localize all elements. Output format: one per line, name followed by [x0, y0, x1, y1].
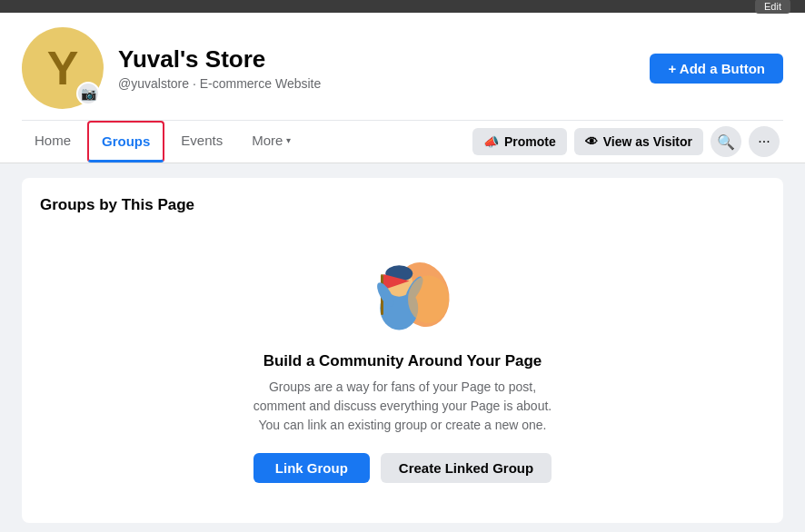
- page-handle: @yuvalstore · E-commerce Website: [118, 76, 635, 91]
- view-as-visitor-button[interactable]: 👁 View as Visitor: [574, 128, 703, 155]
- groups-card: Groups by This Page: [22, 178, 783, 523]
- eye-icon: 👁: [585, 134, 598, 149]
- add-button[interactable]: + Add a Button: [650, 54, 783, 84]
- top-bar: Edit: [0, 0, 805, 13]
- camera-icon[interactable]: 📷: [76, 82, 100, 105]
- page-name: Yuval's Store: [118, 45, 635, 74]
- link-group-button[interactable]: Link Group: [253, 453, 370, 483]
- main-content: Groups by This Page: [0, 163, 805, 532]
- tab-events[interactable]: Events: [168, 122, 235, 162]
- tab-groups[interactable]: Groups: [87, 121, 164, 163]
- search-icon: 🔍: [717, 133, 735, 151]
- profile-info: Yuval's Store @yuvalstore · E-commerce W…: [118, 45, 635, 90]
- avatar-wrap: Y 📷: [22, 27, 104, 109]
- edit-button-top[interactable]: Edit: [755, 0, 790, 14]
- more-dots-icon: ···: [758, 133, 770, 150]
- empty-state: Build a Community Around Your Page Group…: [40, 229, 765, 505]
- nav-right: 📣 Promote 👁 View as Visitor 🔍 ···: [472, 126, 783, 157]
- more-chevron-icon: ▾: [286, 135, 291, 145]
- profile-row: Y 📷 Yuval's Store @yuvalstore · E-commer…: [22, 27, 783, 120]
- nav-left: Home Groups Events More ▾: [22, 121, 472, 163]
- create-linked-group-button[interactable]: Create Linked Group: [381, 453, 552, 483]
- promote-icon: 📣: [483, 134, 499, 149]
- empty-desc: Groups are a way for fans of your Page t…: [248, 378, 557, 435]
- nav-tabs: Home Groups Events More ▾ 📣 Promote 👁 Vi…: [22, 120, 783, 163]
- profile-actions: + Add a Button: [650, 54, 783, 84]
- empty-title: Build a Community Around Your Page: [263, 352, 542, 370]
- groups-section-title: Groups by This Page: [40, 196, 765, 214]
- page-header: Y 📷 Yuval's Store @yuvalstore · E-commer…: [0, 13, 805, 163]
- more-options-button[interactable]: ···: [749, 126, 780, 157]
- groups-illustration: [348, 238, 457, 338]
- promote-button[interactable]: 📣 Promote: [472, 128, 567, 155]
- tab-home[interactable]: Home: [22, 122, 84, 162]
- search-button[interactable]: 🔍: [711, 126, 741, 157]
- svg-point-8: [408, 276, 449, 324]
- tab-more[interactable]: More ▾: [239, 122, 303, 162]
- action-buttons: Link Group Create Linked Group: [253, 453, 552, 483]
